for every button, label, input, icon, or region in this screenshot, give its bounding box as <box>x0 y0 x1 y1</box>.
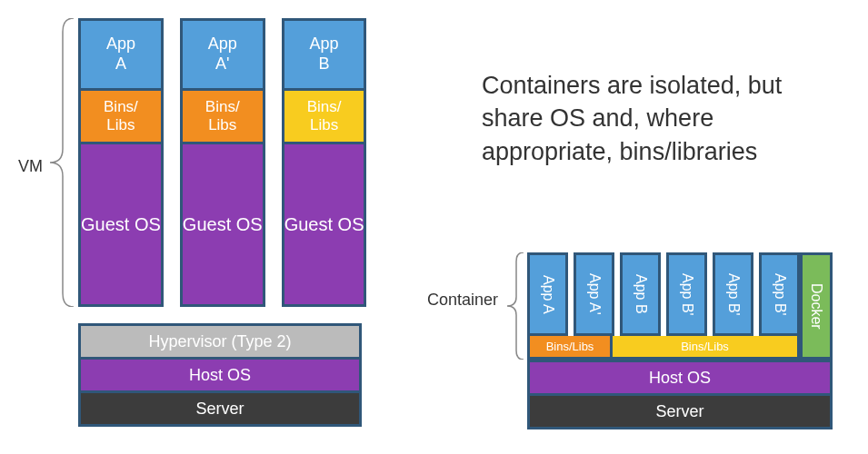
vm-app-2: App B <box>282 18 367 91</box>
heading-text: Containers are isolated, but share OS an… <box>482 69 850 168</box>
vm-app-1-l1: App <box>208 35 237 54</box>
vm-brace-icon <box>50 18 74 307</box>
vm-libs-1-l1: Bins/ <box>205 98 240 116</box>
vm-app-0-l2: A <box>115 54 126 74</box>
container-docker: Docker <box>800 252 833 360</box>
vm-guest-0: Guest OS <box>78 144 164 307</box>
container-libs-1: Bins/Libs <box>613 336 800 360</box>
container-app-0: App A <box>527 252 568 336</box>
vm-hypervisor: Hypervisor (Type 2) <box>78 323 362 360</box>
container-libs-row: Bins/Libs Bins/Libs <box>527 336 800 360</box>
vm-col-1: App A' Bins/ Libs Guest OS <box>180 18 265 307</box>
vm-host-os: Host OS <box>78 360 362 393</box>
vm-libs-0: Bins/ Libs <box>78 91 164 144</box>
container-app-3: App B' <box>666 252 707 336</box>
vm-libs-1: Bins/ Libs <box>180 91 265 144</box>
container-app-2: App B <box>620 252 661 336</box>
container-top: App A App A' App B App B' App B' App B' … <box>527 252 833 360</box>
vm-guest-2-l2: OS <box>338 213 364 235</box>
vm-app-1: App A' <box>180 18 265 91</box>
vm-guest-2: Guest OS <box>282 144 367 307</box>
vm-guest-1: Guest OS <box>180 144 265 307</box>
vm-app-0: App A <box>78 18 164 91</box>
container-stack: App A App A' App B App B' App B' App B' … <box>527 252 833 431</box>
container-app-4: App B' <box>713 252 753 336</box>
vm-libs-0-l1: Bins/ <box>104 98 138 116</box>
vm-guest-2-l1: Guest <box>284 213 333 235</box>
vm-col-0: App A Bins/ Libs Guest OS <box>78 18 164 307</box>
vm-libs-0-l2: Libs <box>106 116 135 134</box>
container-host-os: Host OS <box>527 360 833 396</box>
vm-libs-2: Bins/ Libs <box>282 91 367 144</box>
container-label: Container <box>427 291 498 310</box>
vm-app-0-l1: App <box>106 35 135 54</box>
container-server: Server <box>527 396 833 429</box>
container-brace-icon <box>507 252 524 360</box>
vm-col-2: App B Bins/ Libs Guest OS <box>282 18 367 307</box>
container-libs-0: Bins/Libs <box>527 336 613 360</box>
vm-base: Hypervisor (Type 2) Host OS Server <box>78 323 362 427</box>
vm-guest-1-l1: Guest <box>183 213 231 235</box>
vm-server: Server <box>78 393 362 427</box>
vm-libs-2-l2: Libs <box>310 116 338 134</box>
vm-label: VM <box>18 157 43 176</box>
vm-libs-1-l2: Libs <box>208 116 236 134</box>
vm-app-2-l1: App <box>310 35 339 54</box>
vm-app-2-l2: B <box>319 54 330 74</box>
vm-guest-0-l2: OS <box>135 213 161 235</box>
vm-columns: App A Bins/ Libs Guest OS App A' <box>78 18 362 307</box>
vm-app-1-l2: A' <box>215 54 229 74</box>
container-app-1: App A' <box>574 252 614 336</box>
container-app-5: App B' <box>759 252 800 336</box>
vm-guest-0-l1: Guest <box>81 213 129 235</box>
vm-libs-2-l1: Bins/ <box>307 98 342 116</box>
container-apps-group: App A App A' App B App B' App B' App B' … <box>527 252 800 360</box>
vm-guest-1-l2: OS <box>236 213 263 235</box>
container-base: Host OS Server <box>527 360 833 429</box>
container-apps: App A App A' App B App B' App B' App B' <box>527 252 800 336</box>
vm-stack: App A Bins/ Libs Guest OS App A' <box>78 18 362 431</box>
